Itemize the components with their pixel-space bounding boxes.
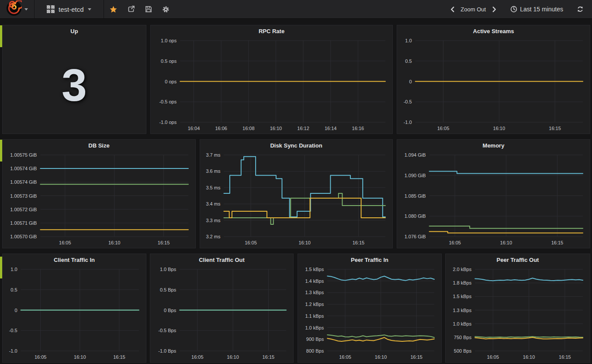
- svg-text:1.0: 1.0: [10, 267, 17, 272]
- singlestat-value: 3: [62, 59, 87, 111]
- svg-text:750 Bps: 750 Bps: [454, 335, 472, 340]
- panel-db-size: DB Size 1.00575 GiB1.00574 GiB1.00574 Gi…: [2, 139, 196, 248]
- svg-text:1.1 kBps: 1.1 kBps: [305, 313, 324, 319]
- active-streams-chart[interactable]: 1.00.50-0.5-1.016:0516:1016:15: [397, 37, 590, 134]
- svg-text:0.5 Bps: 0.5 Bps: [160, 287, 177, 292]
- svg-text:16:10: 16:10: [270, 126, 282, 131]
- svg-text:-1.0: -1.0: [9, 348, 17, 354]
- peer-traffic-out-chart[interactable]: 2.0 kBps1.8 kBps1.5 kBps1.3 kBps1.0 kBps…: [446, 266, 590, 362]
- panel-title[interactable]: Memory: [397, 140, 590, 151]
- svg-text:16:15: 16:15: [263, 354, 275, 360]
- svg-text:1.00574 GiB: 1.00574 GiB: [10, 179, 37, 185]
- svg-text:16:10: 16:10: [298, 240, 311, 245]
- panel-title[interactable]: Disk Sync Duration: [200, 140, 392, 151]
- svg-text:0.5: 0.5: [10, 287, 17, 292]
- svg-text:1.3 kBps: 1.3 kBps: [453, 308, 471, 313]
- svg-text:16:15: 16:15: [158, 240, 170, 245]
- svg-text:1.00573 GiB: 1.00573 GiB: [10, 193, 37, 199]
- svg-text:16:16: 16:16: [352, 126, 364, 131]
- svg-text:0: 0: [14, 308, 17, 313]
- panel-title[interactable]: Client Traffic In: [3, 254, 146, 266]
- svg-text:3.5 ms: 3.5 ms: [206, 185, 221, 190]
- svg-text:1.00575 GiB: 1.00575 GiB: [10, 152, 37, 158]
- svg-text:1.00574 GiB: 1.00574 GiB: [10, 166, 37, 171]
- svg-text:16:10: 16:10: [108, 240, 121, 245]
- svg-text:-0.5: -0.5: [9, 328, 17, 333]
- svg-text:16:05: 16:05: [437, 126, 450, 131]
- svg-text:0.5 ops: 0.5 ops: [161, 58, 177, 64]
- svg-text:16:05: 16:05: [35, 354, 47, 360]
- svg-text:3.6 ms: 3.6 ms: [206, 168, 221, 174]
- svg-text:3.4 ms: 3.4 ms: [206, 201, 221, 206]
- svg-text:0 ops: 0 ops: [165, 79, 177, 84]
- panel-client-traffic-out: Client Traffic Out 1.0 Bps0.5 Bps0 Bps-0…: [150, 254, 294, 363]
- panel-disk-sync-duration: Disk Sync Duration 3.7 ms3.6 ms3.5 ms3.4…: [200, 139, 393, 248]
- svg-text:1.00572 GiB: 1.00572 GiB: [10, 207, 37, 212]
- svg-text:0.5: 0.5: [405, 58, 412, 64]
- svg-text:1.0 Bps: 1.0 Bps: [160, 267, 177, 272]
- peer-traffic-in-chart[interactable]: 1.5 kBps1.4 kBps1.3 kBps1.2 kBps1.1 kBps…: [298, 266, 441, 362]
- disk-sync-duration-chart[interactable]: 3.7 ms3.6 ms3.5 ms3.4 ms3.3 ms3.2 ms16:0…: [200, 151, 392, 248]
- svg-text:16:10: 16:10: [74, 354, 86, 360]
- panel-title[interactable]: RPC Rate: [151, 25, 392, 37]
- svg-text:16:10: 16:10: [227, 354, 239, 360]
- svg-text:16:10: 16:10: [500, 240, 512, 245]
- svg-text:16:15: 16:15: [551, 240, 564, 245]
- svg-text:16:10: 16:10: [523, 354, 535, 360]
- svg-text:16:10: 16:10: [375, 354, 387, 360]
- memory-chart[interactable]: 1.094 GiB1.090 GiB1.085 GiB1.080 GiB1.07…: [397, 151, 590, 248]
- svg-text:16:05: 16:05: [449, 240, 461, 245]
- panel-rpc-rate: RPC Rate 1.0 ops0.5 ops0 ops-0.5 ops-1.0…: [150, 25, 393, 134]
- panel-title[interactable]: Active Streams: [397, 25, 590, 37]
- svg-text:-0.5 ops: -0.5 ops: [159, 99, 177, 104]
- panel-memory: Memory 1.094 GiB1.090 GiB1.085 GiB1.080 …: [397, 139, 590, 248]
- svg-text:16:08: 16:08: [242, 126, 255, 131]
- svg-text:2.0 kBps: 2.0 kBps: [453, 267, 471, 272]
- client-traffic-in-chart[interactable]: 1.00.50-0.5-1.016:0516:1016:15: [3, 266, 146, 362]
- svg-text:16:10: 16:10: [493, 126, 505, 131]
- svg-text:1.5 kBps: 1.5 kBps: [305, 267, 324, 272]
- svg-text:1.0: 1.0: [405, 38, 412, 43]
- svg-text:1.4 kBps: 1.4 kBps: [305, 278, 324, 284]
- panel-client-traffic-in: Client Traffic In 1.00.50-0.5-1.016:0516…: [2, 254, 146, 363]
- panel-title[interactable]: Peer Traffic Out: [446, 254, 590, 266]
- svg-text:500 Bps: 500 Bps: [454, 348, 472, 354]
- dashboard-canvas: Up 3 RPC Rate 1.0 ops0.5 ops0 ops-0.5 op…: [0, 0, 592, 364]
- panel-peer-traffic-in: Peer Traffic In 1.5 kBps1.4 kBps1.3 kBps…: [298, 254, 442, 363]
- svg-text:1.5 kBps: 1.5 kBps: [453, 294, 471, 299]
- svg-text:1.085 GiB: 1.085 GiB: [405, 193, 426, 199]
- svg-text:16:04: 16:04: [188, 126, 200, 131]
- svg-text:16:05: 16:05: [191, 354, 204, 360]
- svg-text:16:05: 16:05: [487, 354, 499, 360]
- svg-text:16:05: 16:05: [59, 240, 71, 245]
- svg-text:16:05: 16:05: [339, 354, 351, 360]
- svg-text:0: 0: [409, 79, 412, 84]
- svg-text:1.8 kBps: 1.8 kBps: [453, 280, 471, 285]
- svg-text:1.3 kBps: 1.3 kBps: [305, 290, 324, 295]
- svg-text:900 Bps: 900 Bps: [306, 337, 324, 342]
- svg-text:3.2 ms: 3.2 ms: [206, 234, 221, 239]
- svg-text:1.00570 GiB: 1.00570 GiB: [10, 234, 37, 239]
- svg-text:1.00571 GiB: 1.00571 GiB: [10, 220, 37, 226]
- svg-text:16:15: 16:15: [353, 240, 365, 245]
- svg-text:1.0 ops: 1.0 ops: [161, 38, 177, 43]
- svg-text:1.090 GiB: 1.090 GiB: [405, 173, 426, 178]
- client-traffic-out-chart[interactable]: 1.0 Bps0.5 Bps0 Bps-0.5 Bps-1.0 Bps16:05…: [150, 266, 293, 362]
- db-size-chart[interactable]: 1.00575 GiB1.00574 GiB1.00574 GiB1.00573…: [3, 151, 195, 248]
- svg-text:3.7 ms: 3.7 ms: [206, 152, 221, 158]
- svg-text:1.080 GiB: 1.080 GiB: [405, 213, 426, 219]
- rpc-rate-chart[interactable]: 1.0 ops0.5 ops0 ops-0.5 ops-1.0 ops16:04…: [151, 37, 392, 134]
- panel-title[interactable]: Client Traffic Out: [150, 254, 293, 266]
- svg-text:1.2 kBps: 1.2 kBps: [305, 302, 324, 307]
- svg-text:-1.0 Bps: -1.0 Bps: [158, 348, 176, 354]
- svg-text:16:15: 16:15: [559, 354, 571, 360]
- svg-text:16:14: 16:14: [325, 126, 337, 131]
- panel-title[interactable]: Peer Traffic In: [298, 254, 441, 266]
- svg-text:800 Bps: 800 Bps: [306, 348, 324, 354]
- svg-text:-0.5 Bps: -0.5 Bps: [158, 328, 176, 333]
- svg-text:16:05: 16:05: [245, 240, 257, 245]
- panel-active-streams: Active Streams 1.00.50-0.5-1.016:0516:10…: [397, 25, 590, 134]
- panel-title[interactable]: DB Size: [3, 140, 195, 151]
- panel-title[interactable]: Up: [3, 25, 146, 37]
- svg-text:-1.0 ops: -1.0 ops: [159, 120, 177, 125]
